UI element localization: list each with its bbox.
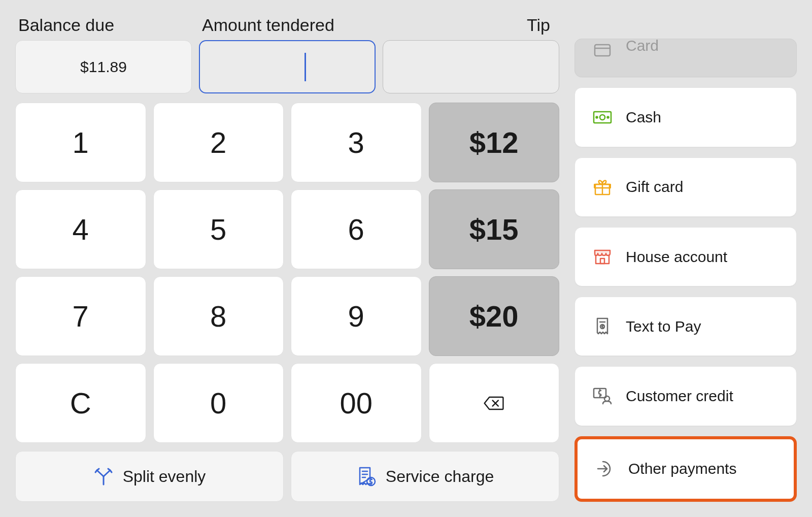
store-icon bbox=[592, 247, 613, 267]
card-icon bbox=[592, 40, 613, 60]
action-buttons-row: Split evenly Service charge bbox=[15, 451, 559, 502]
svg-point-9 bbox=[600, 115, 605, 120]
payment-card-button[interactable]: Card bbox=[574, 39, 797, 77]
gift-icon bbox=[592, 177, 613, 197]
numeric-keypad: 1 2 3 $12 4 5 6 $15 7 8 9 $20 C 0 00 bbox=[15, 103, 559, 443]
quick-amount-15[interactable]: $15 bbox=[429, 189, 560, 269]
payment-house-account-button[interactable]: House account bbox=[574, 227, 797, 286]
customer-credit-icon bbox=[592, 386, 613, 406]
service-charge-label: Service charge bbox=[386, 467, 494, 486]
amount-tendered-label: Amount tendered bbox=[199, 15, 376, 35]
key-8[interactable]: 8 bbox=[153, 276, 284, 356]
receipt-dollar-icon bbox=[356, 466, 377, 487]
svg-rect-15 bbox=[600, 258, 604, 264]
payment-cash-label: Cash bbox=[626, 109, 661, 126]
payment-entry-panel: Balance due $11.89 Amount tendered Tip 1… bbox=[15, 15, 559, 502]
amount-header-row: Balance due $11.89 Amount tendered Tip bbox=[15, 15, 559, 93]
key-clear[interactable]: C bbox=[15, 363, 146, 443]
split-icon bbox=[93, 466, 114, 487]
key-3[interactable]: 3 bbox=[291, 103, 422, 182]
split-evenly-button[interactable]: Split evenly bbox=[15, 451, 284, 502]
svg-point-21 bbox=[604, 396, 610, 401]
cash-icon bbox=[592, 107, 613, 127]
key-0[interactable]: 0 bbox=[153, 363, 284, 443]
payment-house-account-label: House account bbox=[626, 248, 727, 266]
backspace-icon bbox=[484, 393, 504, 413]
receipt-icon bbox=[592, 316, 613, 337]
quick-amount-20[interactable]: $20 bbox=[429, 276, 560, 356]
balance-due-display: $11.89 bbox=[15, 40, 192, 93]
key-backspace[interactable] bbox=[429, 363, 560, 443]
payment-text-to-pay-label: Text to Pay bbox=[626, 318, 701, 335]
payment-customer-credit-label: Customer credit bbox=[626, 387, 733, 405]
arrow-circle-icon bbox=[595, 459, 615, 479]
payment-cash-button[interactable]: Cash bbox=[574, 87, 797, 147]
key-00[interactable]: 00 bbox=[291, 363, 422, 443]
quick-amount-12[interactable]: $12 bbox=[429, 103, 560, 182]
amount-tendered-input[interactable] bbox=[199, 40, 376, 93]
payment-customer-credit-button[interactable]: Customer credit bbox=[574, 366, 797, 426]
payment-other-button[interactable]: Other payments bbox=[574, 436, 797, 502]
key-2[interactable]: 2 bbox=[153, 103, 284, 182]
payment-gift-card-label: Gift card bbox=[626, 178, 683, 196]
svg-point-11 bbox=[607, 116, 609, 118]
text-cursor bbox=[304, 53, 306, 81]
payment-gift-card-button[interactable]: Gift card bbox=[574, 157, 797, 217]
svg-rect-6 bbox=[595, 45, 610, 56]
amount-tendered-column: Amount tendered bbox=[199, 15, 376, 93]
payment-text-to-pay-button[interactable]: Text to Pay bbox=[574, 297, 797, 356]
balance-due-value: $11.89 bbox=[80, 58, 127, 76]
key-9[interactable]: 9 bbox=[291, 276, 422, 356]
payment-other-label: Other payments bbox=[628, 460, 736, 477]
service-charge-button[interactable]: Service charge bbox=[291, 451, 559, 502]
balance-due-column: Balance due $11.89 bbox=[15, 15, 192, 93]
key-1[interactable]: 1 bbox=[15, 103, 146, 182]
key-5[interactable]: 5 bbox=[153, 189, 284, 269]
key-6[interactable]: 6 bbox=[291, 189, 422, 269]
svg-point-10 bbox=[596, 116, 598, 118]
key-4[interactable]: 4 bbox=[15, 189, 146, 269]
tip-label: Tip bbox=[383, 15, 559, 35]
tip-column: Tip bbox=[383, 15, 559, 93]
balance-due-label: Balance due bbox=[15, 15, 192, 35]
tip-input[interactable] bbox=[383, 40, 559, 93]
payment-card-label: Card bbox=[626, 39, 659, 54]
payment-methods-panel: Card Cash Gift card bbox=[574, 15, 797, 502]
split-evenly-label: Split evenly bbox=[123, 467, 206, 486]
key-7[interactable]: 7 bbox=[15, 276, 146, 356]
